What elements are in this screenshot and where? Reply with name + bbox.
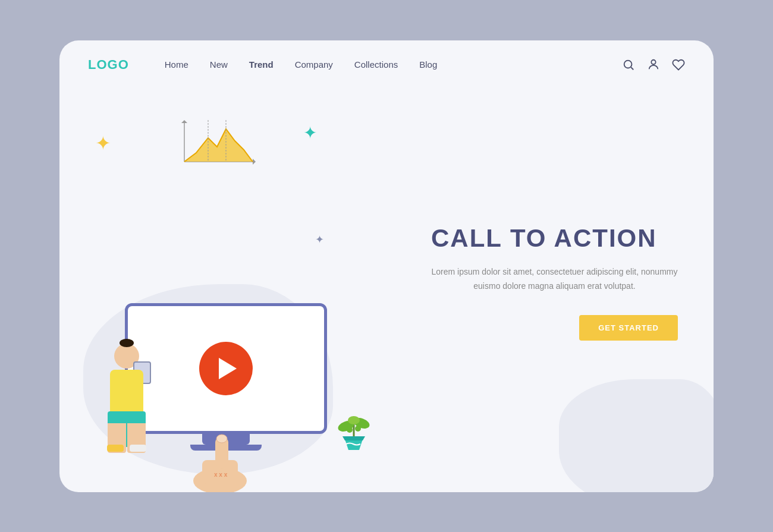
plant-decoration	[333, 404, 375, 454]
play-button[interactable]	[199, 342, 253, 395]
nav-trend[interactable]: Trend	[249, 59, 274, 70]
cta-description: Lorem ipsum dolor sit amet, consectetuer…	[431, 265, 678, 294]
nav-new[interactable]: New	[210, 59, 228, 70]
person-illustration	[107, 344, 146, 452]
svg-point-19	[355, 426, 361, 432]
nav-company[interactable]: Company	[295, 59, 333, 70]
sparkle-small-icon: ✦	[315, 233, 324, 246]
main-content: ✦ ✦ ✦	[59, 73, 714, 492]
sparkle-teal-icon: ✦	[303, 123, 317, 143]
logo[interactable]: LOGO	[88, 57, 129, 73]
person-body	[110, 370, 143, 411]
person-shorts	[108, 411, 146, 447]
chart-wrapper	[178, 120, 256, 170]
hand-illustration: x x x	[184, 424, 256, 492]
left-illustration: ✦ ✦ ✦	[59, 73, 419, 492]
main-card: LOGO Home New Trend Company Collections …	[59, 40, 714, 492]
right-section: CALL TO ACTION Lorem ipsum dolor sit ame…	[419, 73, 714, 492]
search-icon[interactable]	[622, 58, 635, 71]
person-shoe-left	[107, 445, 124, 452]
play-triangle-icon	[219, 358, 237, 379]
hand-svg: x x x	[184, 424, 256, 492]
cta-title: CALL TO ACTION	[431, 223, 678, 253]
svg-point-17	[348, 416, 360, 424]
plant-svg	[333, 404, 375, 451]
person-shoes	[107, 445, 146, 452]
heart-icon[interactable]	[672, 58, 685, 71]
sparkle-yellow-icon: ✦	[95, 132, 111, 155]
header: LOGO Home New Trend Company Collections …	[59, 40, 714, 73]
svg-line-1	[631, 67, 633, 70]
nav-home[interactable]: Home	[165, 59, 188, 70]
nav-blog[interactable]: Blog	[419, 59, 437, 70]
nav-icons	[622, 58, 685, 71]
nav-collections[interactable]: Collections	[354, 59, 398, 70]
navigation: Home New Trend Company Collections Blog	[165, 59, 622, 70]
chart-svg	[178, 120, 256, 168]
person-head	[114, 344, 139, 369]
user-icon[interactable]	[647, 58, 660, 71]
get-started-button[interactable]: GET STARTED	[579, 315, 678, 341]
svg-point-2	[651, 59, 655, 64]
svg-marker-5	[253, 159, 256, 165]
svg-point-18	[347, 427, 353, 433]
blob-right	[559, 379, 714, 492]
svg-point-13	[216, 435, 227, 443]
svg-text:x  x  x: x x x	[214, 471, 228, 478]
svg-point-0	[624, 60, 632, 68]
person-shoe-right	[130, 445, 146, 452]
person-hair	[120, 339, 134, 347]
svg-marker-6	[181, 120, 187, 123]
monitor-screen	[125, 303, 327, 434]
